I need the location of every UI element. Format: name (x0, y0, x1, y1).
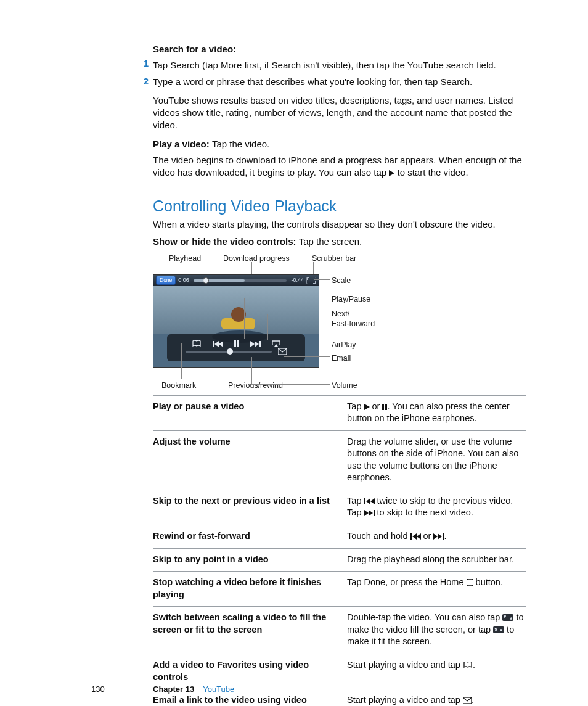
bookmark-icon[interactable] (192, 340, 202, 347)
callout-volume: Volume (332, 380, 357, 391)
callout-play-pause: Play/Pause (332, 294, 370, 305)
section-lead: When a video starts playing, the control… (153, 218, 526, 231)
callout-scale: Scale (332, 276, 351, 286)
step-1: Tap Search (tap More first, if Search is… (153, 59, 526, 72)
row-email-desc: Start playing a video and tap . (347, 689, 526, 706)
row-stop-label: Stop watching a video before it finishes… (153, 572, 347, 607)
next-icon (433, 533, 444, 540)
callout-email: Email (332, 353, 351, 364)
step-num-1: 1 (140, 57, 149, 70)
email-icon (463, 697, 472, 704)
player-diagram: Playhead Download progress Scrubber bar … (153, 253, 526, 389)
row-scale-label: Switch between scaling a video to fill t… (153, 607, 347, 654)
scale-fill-icon (502, 614, 513, 621)
volume-slider[interactable] (186, 351, 272, 353)
play-video-rest: Tap the video. (212, 139, 269, 149)
show-controls-line: Show or hide the video controls: Tap the… (153, 236, 526, 248)
row-stop-desc: Tap Done, or press the Home button. (347, 572, 526, 607)
email-icon[interactable] (278, 348, 287, 355)
page-number: 130 (91, 684, 105, 695)
callout-airplay: AirPlay (332, 340, 356, 350)
download-para: The video begins to download to iPhone a… (153, 154, 526, 179)
row-volume-label: Adjust the volume (153, 430, 347, 490)
chapter-name: YouTube (203, 684, 234, 694)
home-icon (467, 579, 473, 586)
callout-previous: Previous/rewind (228, 380, 283, 391)
play-icon (389, 170, 394, 176)
page: Search for a video: 1 Tap Search (tap Mo… (0, 0, 588, 706)
row-play-pause-desc: Tap or . You can also press the center b… (347, 395, 526, 430)
controls-table: Play or pause a video Tap or . You can a… (153, 395, 526, 707)
search-heading: Search for a video: (153, 44, 236, 54)
row-skip-point-desc: Drag the playhead along the scrubber bar… (347, 548, 526, 572)
callout-scrubber: Scrubber bar (312, 253, 356, 264)
bookmark-icon (463, 662, 473, 668)
row-skip-list-desc: Tap twice to skip to the previous video.… (347, 490, 526, 525)
video-player: Done 0:06 -0:44 (153, 274, 319, 368)
osd-controls (167, 334, 305, 361)
row-scale-desc: Double-tap the video. You can also tap t… (347, 607, 526, 654)
previous-icon (364, 498, 375, 504)
next-icon[interactable] (250, 341, 261, 347)
step-2: Type a word or phrase that describes wha… (153, 76, 526, 88)
play-video-bold: Play a video: (153, 139, 212, 149)
airplay-icon[interactable] (272, 340, 280, 347)
play-video-line: Play a video: Tap the video. (153, 138, 526, 150)
results-para: YouTube shows results based on video tit… (153, 94, 526, 132)
row-rewind-desc: Touch and hold or . (347, 525, 526, 549)
section-title: Controlling Video Playback (153, 196, 526, 217)
callout-download-progress: Download progress (223, 253, 290, 264)
row-play-pause-label: Play or pause a video (153, 395, 347, 430)
step-num-2: 2 (140, 75, 149, 88)
chapter-label: Chapter 13 (153, 684, 194, 694)
callout-playhead: Playhead (169, 253, 201, 264)
previous-icon[interactable] (213, 341, 223, 347)
scale-fit-icon (493, 626, 504, 633)
play-icon (364, 404, 370, 410)
previous-icon (410, 533, 421, 540)
row-skip-list-label: Skip to the next or previous video in a … (153, 490, 347, 525)
row-favorite-desc: Start playing a video and tap . (347, 654, 526, 689)
pause-icon[interactable] (234, 340, 239, 347)
callout-bookmark: Bookmark (161, 380, 196, 391)
row-skip-point-label: Skip to any point in a video (153, 548, 347, 572)
callout-next: Next/ Fast-forward (332, 309, 375, 330)
row-rewind-label: Rewind or fast-forward (153, 525, 347, 549)
row-volume-desc: Drag the volume slider, or use the volum… (347, 430, 526, 490)
next-icon (364, 510, 375, 516)
